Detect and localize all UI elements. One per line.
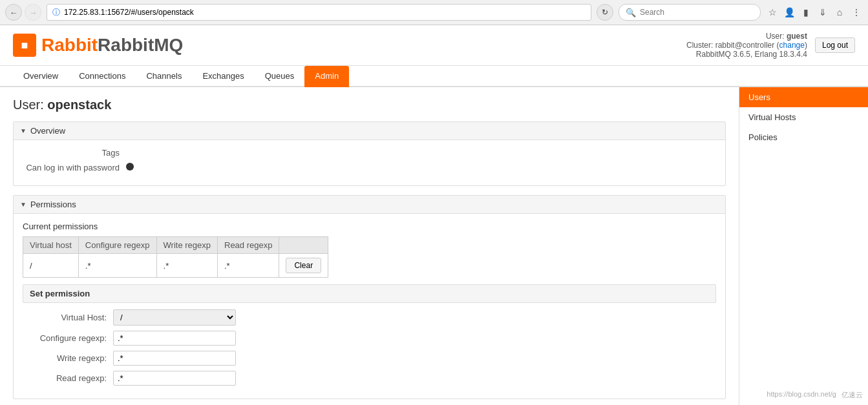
- main-content: User: openstack ▼ Overview Tags Can log …: [0, 87, 868, 405]
- profile-icon[interactable]: 👤: [783, 6, 796, 19]
- nav-buttons: ← →: [5, 4, 41, 21]
- can-login-label: Can log in with password: [23, 163, 126, 172]
- read-regexp-input[interactable]: [113, 371, 236, 386]
- overview-section: ▼ Overview Tags Can log in with password: [13, 121, 726, 186]
- change-link[interactable]: change: [779, 41, 805, 50]
- user-line: User: guest: [686, 32, 807, 41]
- write-regexp-input[interactable]: [113, 351, 236, 366]
- permissions-table: Virtual host Configure regexp Write rege…: [23, 236, 328, 278]
- sidebar-item-virtual-hosts[interactable]: Virtual Hosts: [739, 107, 868, 127]
- tab-overview[interactable]: Overview: [13, 66, 69, 87]
- tab-exchanges[interactable]: Exchanges: [192, 66, 254, 87]
- page-title: User: openstack: [13, 98, 726, 112]
- table-row: / .* .* .* Clear: [23, 254, 328, 278]
- user-value: guest: [787, 32, 807, 41]
- overview-section-content: Tags Can log in with password: [14, 140, 725, 185]
- login-dot: [126, 163, 134, 171]
- th-configure: Configure regexp: [78, 237, 156, 254]
- cell-read: .*: [218, 254, 279, 278]
- read-regexp-label: Read regexp:: [23, 373, 113, 383]
- cell-write: .*: [156, 254, 217, 278]
- user-info: User: guest Cluster: rabbit@controller (…: [686, 32, 807, 59]
- home-icon[interactable]: ⌂: [833, 6, 846, 19]
- title-prefix: User:: [13, 98, 47, 112]
- configure-regexp-label: Configure regexp:: [23, 333, 113, 343]
- th-read: Read regexp: [218, 237, 279, 254]
- logout-button[interactable]: Log out: [815, 37, 855, 53]
- configure-regexp-input[interactable]: [113, 331, 236, 346]
- th-virtual-host: Virtual host: [23, 237, 79, 254]
- cluster-label: Cluster:: [686, 41, 713, 50]
- logo-icon: ■: [13, 34, 36, 57]
- content-area: User: openstack ▼ Overview Tags Can log …: [0, 87, 739, 405]
- set-permission-title: Set permission: [23, 284, 716, 303]
- permissions-section: ▼ Permissions Current permissions Virtua…: [13, 195, 726, 399]
- back-button[interactable]: ←: [5, 4, 22, 21]
- can-login-value: [126, 163, 134, 172]
- app-header: ■ RabbitRabbitMQ User: guest Cluster: ra…: [0, 25, 868, 66]
- nav-tabs: Overview Connections Channels Exchanges …: [0, 66, 868, 87]
- tab-channels[interactable]: Channels: [136, 66, 192, 87]
- info-icon: ⓘ: [52, 7, 60, 18]
- write-regexp-label: Write regexp:: [23, 353, 113, 363]
- cluster-value: rabbit@controller: [715, 41, 775, 50]
- shield-icon[interactable]: ▮: [799, 6, 812, 19]
- logo-text: RabbitRabbitMQ: [41, 35, 183, 56]
- bookmark-star-icon[interactable]: ☆: [766, 6, 779, 19]
- tags-row: Tags: [23, 148, 716, 158]
- write-regexp-row: Write regexp:: [23, 351, 716, 366]
- version-line: RabbitMQ 3.6.5, Erlang 18.3.4.4: [686, 50, 807, 59]
- browser-actions: ☆ 👤 ▮ ⇓ ⌂ ⋮: [766, 6, 863, 19]
- watermark-cloud: 亿速云: [842, 390, 863, 400]
- download-icon[interactable]: ⇓: [816, 6, 829, 19]
- clear-button[interactable]: Clear: [286, 258, 321, 273]
- url-input[interactable]: [64, 8, 586, 17]
- cell-virtual-host: /: [23, 254, 79, 278]
- sidebar-item-users[interactable]: Users: [739, 87, 868, 107]
- current-permissions-label: Current permissions: [23, 222, 716, 231]
- search-icon: 🔍: [626, 8, 636, 17]
- watermark-url: https://blog.csdn.net/g: [767, 390, 836, 400]
- menu-icon[interactable]: ⋮: [850, 6, 863, 19]
- browser-search-bar: 🔍: [619, 4, 761, 21]
- configure-regexp-row: Configure regexp:: [23, 331, 716, 346]
- overview-collapse-arrow: ▼: [20, 127, 26, 134]
- title-value: openstack: [47, 98, 111, 112]
- read-regexp-row: Read regexp:: [23, 371, 716, 386]
- reload-button[interactable]: ↻: [597, 4, 613, 21]
- tab-admin[interactable]: Admin: [304, 66, 349, 87]
- virtual-host-select[interactable]: /: [113, 309, 236, 326]
- logo: ■ RabbitRabbitMQ: [13, 34, 183, 57]
- permissions-section-content: Current permissions Virtual host Configu…: [14, 214, 725, 399]
- watermark: https://blog.csdn.net/g 亿速云: [767, 390, 863, 400]
- virtual-host-label: Virtual Host:: [23, 313, 113, 322]
- overview-section-header[interactable]: ▼ Overview: [14, 122, 725, 140]
- overview-section-title: Overview: [30, 126, 65, 136]
- user-label: User:: [766, 32, 785, 41]
- set-permission-section: Set permission Virtual Host: / Configure…: [23, 284, 716, 386]
- permissions-collapse-arrow: ▼: [20, 201, 26, 208]
- tab-connections[interactable]: Connections: [69, 66, 136, 87]
- browser-search-input[interactable]: [640, 8, 754, 17]
- tab-queues[interactable]: Queues: [255, 66, 305, 87]
- forward-button[interactable]: →: [25, 4, 41, 21]
- browser-chrome: ← → ⓘ ↻ 🔍 ☆ 👤 ▮ ⇓ ⌂ ⋮: [0, 0, 868, 25]
- permissions-section-header[interactable]: ▼ Permissions: [14, 196, 725, 214]
- address-bar: ⓘ: [47, 4, 591, 21]
- tags-label: Tags: [23, 148, 126, 158]
- cell-configure: .*: [78, 254, 156, 278]
- can-login-row: Can log in with password: [23, 163, 716, 172]
- header-right: User: guest Cluster: rabbit@controller (…: [686, 32, 855, 59]
- cell-clear: Clear: [279, 254, 328, 278]
- cluster-line: Cluster: rabbit@controller (change): [686, 41, 807, 50]
- permissions-section-title: Permissions: [30, 200, 76, 209]
- virtual-host-row: Virtual Host: /: [23, 309, 716, 326]
- sidebar-item-policies[interactable]: Policies: [739, 127, 868, 147]
- sidebar: Users Virtual Hosts Policies: [739, 87, 868, 405]
- th-actions: [279, 237, 328, 254]
- th-write: Write regexp: [156, 237, 217, 254]
